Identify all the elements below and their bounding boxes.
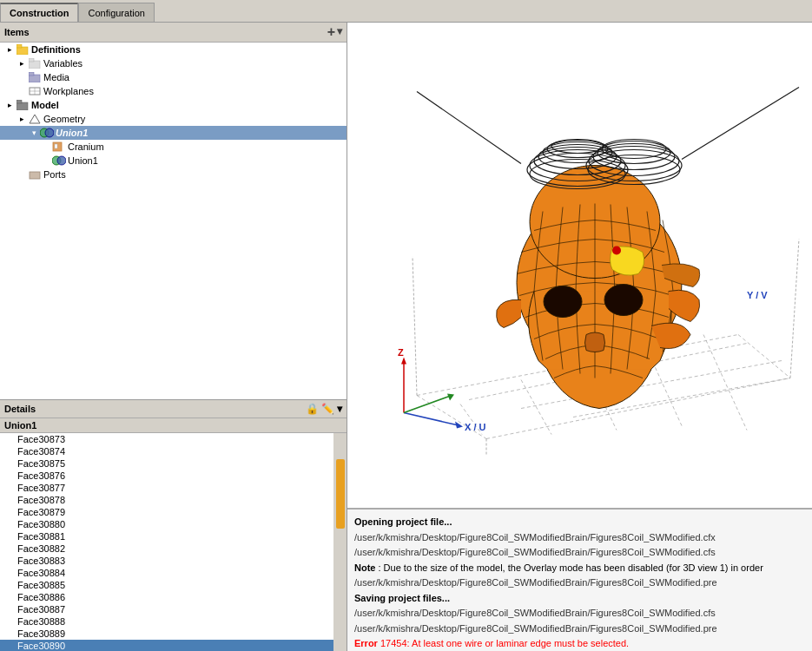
toggle-union1[interactable]: ▾: [28, 128, 40, 137]
add-item-icon[interactable]: +: [327, 25, 335, 39]
union1-label: Union1: [56, 128, 88, 138]
ports-label: Ports: [43, 169, 66, 180]
details-list-item[interactable]: Face30875: [0, 457, 333, 470]
svg-text:X / U: X / U: [465, 422, 486, 432]
details-list-item[interactable]: Face30887: [0, 603, 333, 615]
tree-item-geometry[interactable]: ▸ Geometry: [0, 112, 347, 126]
tree-item-media[interactable]: ▸ Media: [0, 70, 347, 84]
workplanes-label: Workplanes: [43, 86, 94, 96]
details-list-item[interactable]: Face30885: [0, 579, 333, 591]
log-line: /user/k/kmishra/Desktop/Figure8Coil_SWMo…: [354, 621, 805, 636]
tree-item-union1[interactable]: ▾ Union1: [0, 126, 347, 140]
svg-rect-18: [30, 172, 40, 179]
tree-item-variables[interactable]: ▸ Variables: [0, 56, 347, 70]
log-line: /user/k/kmishra/Desktop/Figure8Coil_SWMo…: [354, 530, 805, 545]
details-list-item[interactable]: Face30876: [0, 470, 333, 482]
svg-point-38: [604, 285, 643, 316]
details-list-item[interactable]: Face30880: [0, 518, 333, 530]
model-label: Model: [31, 100, 59, 110]
log-line: /user/k/kmishra/Desktop/Figure8Coil_SWMo…: [354, 575, 805, 590]
details-content: Face30873Face30874Face30875Face30876Face…: [0, 433, 347, 651]
details-action1[interactable]: 🔒: [306, 403, 319, 415]
log-panel: Opening project file.../user/k/kmishra/D…: [347, 508, 812, 651]
log-line: Opening project file...: [354, 515, 805, 529]
details-list-item[interactable]: Face30877: [0, 482, 333, 494]
tree-item-workplanes[interactable]: ▸ Workplanes: [0, 84, 347, 98]
svg-rect-2: [29, 61, 40, 69]
details-list-item[interactable]: Face30884: [0, 567, 333, 579]
right-panel: Z X / U Y / V Opening project file.../us…: [347, 23, 812, 651]
svg-text:Y / V: Y / V: [747, 290, 768, 300]
details-action2[interactable]: ✏️: [321, 403, 334, 415]
details-list-item[interactable]: Face30879: [0, 506, 333, 518]
svg-rect-10: [17, 100, 22, 103]
svg-rect-5: [29, 72, 34, 76]
media-label: Media: [43, 72, 69, 82]
toggle-variables[interactable]: ▸: [16, 59, 28, 68]
tab-configuration[interactable]: Configuration: [78, 3, 154, 22]
log-line: Note : Due to the size of the model, the…: [354, 561, 805, 575]
union1b-icon: [52, 155, 66, 167]
toggle-definitions[interactable]: ▸: [3, 45, 16, 54]
definitions-label: Definitions: [31, 44, 81, 55]
svg-rect-1: [17, 44, 22, 48]
ports-icon: [28, 168, 42, 181]
svg-point-17: [57, 156, 66, 165]
log-line: /user/k/kmishra/Desktop/Figure8Coil_SWMo…: [354, 606, 805, 621]
details-panel: Details 🔒 ✏️ ▾ Union1 Face30873Face30874…: [0, 399, 347, 651]
tree-item-cranium[interactable]: ▸ Cranium: [0, 140, 347, 154]
svg-point-13: [45, 128, 54, 137]
svg-rect-0: [17, 47, 28, 55]
details-list[interactable]: Face30873Face30874Face30875Face30876Face…: [0, 433, 333, 651]
svg-point-39: [612, 247, 621, 255]
details-list-item[interactable]: Face30888: [0, 615, 333, 628]
details-list-item[interactable]: Face30889: [0, 628, 333, 640]
tab-construction[interactable]: Construction: [0, 3, 78, 22]
items-actions: + ▾: [327, 25, 342, 39]
dropdown-icon[interactable]: ▾: [337, 25, 342, 39]
viewport[interactable]: Z X / U Y / V: [347, 23, 812, 508]
items-header: Items + ▾: [0, 23, 347, 43]
log-line: Error 17454: At least one wire or lamina…: [354, 636, 805, 651]
details-scrollbar: [333, 433, 347, 651]
details-header: Details 🔒 ✏️ ▾: [0, 400, 347, 418]
geometry-icon: [28, 113, 42, 125]
details-list-item[interactable]: Face30873: [0, 433, 333, 445]
toggle-geometry[interactable]: ▸: [16, 115, 28, 123]
tab-bar: Construction Configuration: [0, 0, 812, 23]
svg-rect-3: [29, 58, 34, 62]
tree-panel: ▸ Definitions ▸ Variables ▸: [0, 43, 347, 399]
variables-icon: [28, 57, 42, 69]
media-icon: [28, 71, 42, 83]
workplanes-icon: [28, 85, 42, 97]
log-line: /user/k/kmishra/Desktop/Figure8Coil_SWMo…: [354, 545, 805, 560]
details-list-item[interactable]: Face30886: [0, 591, 333, 603]
details-header-label: Details: [4, 404, 36, 414]
definitions-icon: [16, 43, 30, 56]
model-icon: [16, 99, 30, 111]
tree-item-model[interactable]: ▸ Model: [0, 98, 347, 112]
cranium-label: Cranium: [68, 141, 104, 152]
details-list-item[interactable]: Face30882: [0, 542, 333, 555]
details-list-item[interactable]: Face30881: [0, 530, 333, 542]
toggle-model[interactable]: ▸: [3, 101, 16, 109]
geometry-label: Geometry: [43, 114, 85, 124]
left-panel: Items + ▾ ▸ Definitions ▸: [0, 23, 347, 651]
details-list-item[interactable]: Face30878: [0, 494, 333, 506]
main-layout: Items + ▾ ▸ Definitions ▸: [0, 23, 812, 651]
viewport-svg: Z X / U Y / V: [347, 23, 812, 508]
tree-item-union1b[interactable]: ▸ Union1: [0, 154, 347, 168]
svg-rect-4: [29, 75, 40, 82]
details-list-item[interactable]: Face30890: [0, 640, 333, 651]
items-label: Items: [4, 27, 30, 37]
tree-item-definitions[interactable]: ▸ Definitions: [0, 43, 347, 56]
details-scrollbar-thumb: [336, 459, 345, 529]
tree-item-ports[interactable]: ▸ Ports: [0, 168, 347, 181]
details-list-item[interactable]: Face30874: [0, 445, 333, 457]
cranium-icon: [52, 141, 66, 153]
svg-rect-15: [55, 144, 57, 148]
details-action3[interactable]: ▾: [337, 403, 342, 415]
variables-label: Variables: [43, 58, 83, 69]
svg-rect-9: [17, 102, 28, 110]
details-list-item[interactable]: Face30883: [0, 555, 333, 567]
